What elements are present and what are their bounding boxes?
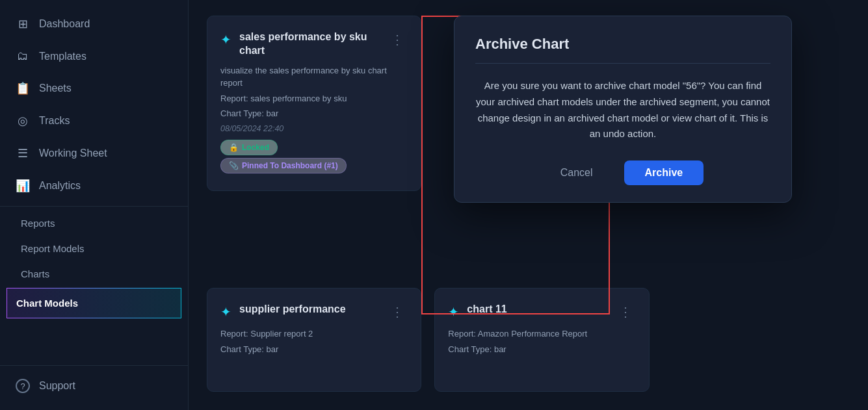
main-content: ✦ sales performance by sku chart ⋮ visua… — [189, 0, 868, 410]
card-chart-type: Chart Type: bar — [448, 343, 635, 356]
archive-modal: Archive Chart Are you sure you want to a… — [454, 16, 792, 203]
divider — [0, 206, 188, 207]
sidebar-item-label: Tracks — [39, 115, 70, 127]
chart-icon: ✦ — [220, 32, 231, 47]
card-sales-performance: ✦ sales performance by sku chart ⋮ visua… — [207, 16, 421, 191]
badge-locked: 🔒 Locked — [220, 140, 278, 155]
card-report: Report: Supplier report 2 — [220, 327, 408, 340]
card-title: chart 11 — [467, 303, 506, 316]
modal-body: Are you sure you want to archive chart m… — [475, 78, 770, 142]
divider — [0, 365, 188, 366]
sidebar-item-sheets[interactable]: 📋 Sheets — [0, 72, 188, 105]
sidebar-sub-item-chart-models[interactable]: Chart Models — [7, 288, 181, 318]
card-title-row: ✦ sales performance by sku chart — [220, 31, 387, 58]
sidebar-item-label: Dashboard — [39, 18, 90, 30]
card-badges: 🔒 Locked 📎 Pinned To Dashboard (#1) — [220, 140, 408, 176]
card-title-row: ✦ supplier performance — [220, 303, 346, 320]
card-menu-button[interactable]: ⋮ — [615, 303, 636, 321]
cards-area: ✦ sales performance by sku chart ⋮ visua… — [207, 16, 850, 394]
sidebar-sub-item-reports[interactable]: Reports — [0, 211, 188, 236]
empty-card-slot — [663, 288, 850, 392]
modal-title: Archive Chart — [475, 36, 770, 53]
cancel-button[interactable]: Cancel — [542, 160, 611, 185]
card-title-row: ✦ chart 11 — [448, 303, 506, 320]
sidebar-item-dashboard[interactable]: ⊞ Dashboard — [0, 8, 188, 40]
sidebar-item-tracks[interactable]: ◎ Tracks — [0, 105, 188, 137]
chart-icon: ✦ — [448, 304, 459, 320]
sidebar-item-label: Support — [39, 380, 75, 392]
card-chart-type: Chart Type: bar — [220, 107, 408, 120]
card-description: visualize the sales performance by sku c… — [220, 64, 408, 90]
lock-icon: 🔒 — [229, 143, 239, 152]
sidebar-sub-item-report-models[interactable]: Report Models — [0, 236, 188, 261]
sidebar-sub-label: Chart Models — [16, 298, 78, 309]
sidebar-item-support[interactable]: ? Support — [0, 370, 188, 402]
sidebar-sub-label: Reports — [21, 218, 55, 229]
archive-button[interactable]: Archive — [624, 160, 704, 185]
card-header: ✦ supplier performance ⋮ — [220, 303, 408, 321]
chart-icon: ✦ — [220, 304, 231, 320]
sidebar-item-analytics[interactable]: 📊 Analytics — [0, 170, 188, 202]
card-menu-button[interactable]: ⋮ — [387, 31, 408, 49]
sidebar-bottom: ? Support — [0, 361, 188, 402]
sidebar-item-label: Sheets — [39, 83, 72, 94]
sidebar-sub-label: Charts — [21, 268, 49, 279]
modal-divider — [475, 63, 770, 64]
sidebar-sub-item-charts[interactable]: Charts — [0, 261, 188, 287]
sidebar-item-templates[interactable]: 🗂 Templates — [0, 40, 188, 72]
modal-actions: Cancel Archive — [475, 160, 770, 185]
card-menu-button[interactable]: ⋮ — [387, 303, 408, 321]
card-title: supplier performance — [239, 303, 346, 316]
card-header: ✦ sales performance by sku chart ⋮ — [220, 31, 408, 58]
card-timestamp: 08/05/2024 22:40 — [220, 123, 408, 135]
card-report: Report: sales performance by sku — [220, 92, 408, 105]
analytics-icon: 📊 — [16, 179, 30, 193]
card-report: Report: Amazon Performance Report — [448, 327, 635, 340]
card-header: ✦ chart 11 ⋮ — [448, 303, 635, 321]
card-supplier-performance: ✦ supplier performance ⋮ Report: Supplie… — [207, 288, 421, 392]
working-sheet-icon: ☰ — [16, 146, 30, 160]
badge-pinned: 📎 Pinned To Dashboard (#1) — [220, 158, 347, 173]
sidebar-sub-label: Report Models — [21, 243, 85, 254]
sidebar-item-label: Templates — [39, 51, 86, 62]
bottom-cards-row: ✦ supplier performance ⋮ Report: Supplie… — [207, 288, 850, 394]
sheets-icon: 📋 — [16, 81, 30, 96]
sidebar: ⊞ Dashboard 🗂 Templates 📋 Sheets ◎ Track… — [0, 0, 189, 410]
templates-icon: 🗂 — [16, 49, 30, 63]
sidebar-item-working-sheet[interactable]: ☰ Working Sheet — [0, 137, 188, 170]
pin-icon: 📎 — [229, 161, 239, 170]
card-chart-11: ✦ chart 11 ⋮ Report: Amazon Performance … — [434, 288, 649, 392]
card-title: sales performance by sku chart — [239, 31, 387, 58]
support-icon: ? — [16, 379, 30, 393]
dashboard-icon: ⊞ — [16, 17, 30, 31]
sidebar-item-label: Analytics — [39, 180, 81, 192]
tracks-icon: ◎ — [16, 114, 30, 128]
sidebar-item-label: Working Sheet — [39, 147, 107, 159]
card-chart-type: Chart Type: bar — [220, 343, 408, 356]
